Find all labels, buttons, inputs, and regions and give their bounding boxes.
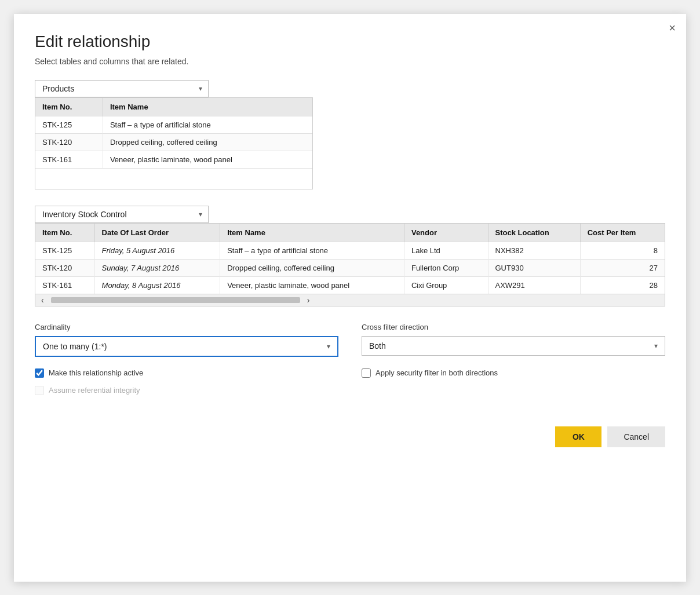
table-row[interactable]: STK-120Dropped ceiling, coffered ceiling — [35, 133, 312, 151]
table1-empty-row — [35, 168, 312, 189]
table2-header-row: Item No. Date Of Last Order Item Name Ve… — [35, 224, 665, 242]
table2-scroll-row: ‹ › — [35, 294, 665, 306]
assume-integrity-row: Assume referential integrity — [35, 386, 338, 395]
cardinality-block: Cardinality One to many (1:*) ▾ — [35, 323, 338, 357]
table-cell: Sunday, 7 August 2016 — [94, 259, 220, 276]
button-row: OK Cancel — [35, 426, 665, 447]
table-cell: 27 — [580, 259, 665, 276]
cross-filter-label: Cross filter direction — [362, 323, 665, 331]
apply-security-row: Apply security filter in both directions — [362, 368, 665, 378]
table1-dropdown-label: Products — [42, 84, 193, 93]
table-cell: Dropped ceiling, coffered ceiling — [103, 133, 312, 151]
cross-filter-arrow: ▾ — [654, 342, 658, 350]
table-cell: Veneer, plastic laminate, wood panel — [220, 276, 404, 294]
edit-relationship-dialog: × Edit relationship Select tables and co… — [14, 14, 686, 582]
table1-section: Products ▾ Item No. Item Name STK-125Sta… — [35, 80, 665, 189]
table2-dropdown[interactable]: Inventory Stock Control ▾ — [35, 206, 209, 223]
dialog-title: Edit relationship — [35, 32, 665, 51]
assume-integrity-label: Assume referential integrity — [49, 386, 140, 395]
table-cell: STK-125 — [35, 242, 94, 259]
table-cell: GUT930 — [488, 259, 580, 276]
close-button[interactable]: × — [669, 22, 676, 34]
table-cell: Lake Ltd — [404, 242, 488, 259]
table-cell: 8 — [580, 242, 665, 259]
table-cell: STK-120 — [35, 133, 103, 151]
table-row[interactable]: STK-120Sunday, 7 August 2016Dropped ceil… — [35, 259, 665, 276]
make-active-checkbox[interactable] — [35, 368, 44, 378]
cross-filter-block: Cross filter direction Both ▾ — [362, 323, 665, 356]
table-cell: STK-125 — [35, 116, 103, 133]
table-cell: 28 — [580, 276, 665, 294]
checkboxes-section: Make this relationship active Assume ref… — [35, 368, 665, 403]
cancel-button[interactable]: Cancel — [607, 426, 665, 447]
table1-table: Item No. Item Name STK-125Staff – a type… — [35, 98, 312, 168]
cardinality-dropdown[interactable]: One to many (1:*) ▾ — [35, 336, 338, 357]
table2-section: Inventory Stock Control ▾ Item No. Date … — [35, 206, 665, 306]
table2-col-costperitem: Cost Per Item — [580, 224, 665, 242]
table2-dropdown-arrow: ▾ — [199, 210, 202, 218]
table1-col-itemname: Item Name — [103, 98, 312, 116]
table-cell: Staff – a type of artificial stone — [220, 242, 404, 259]
table2-wrapper: Item No. Date Of Last Order Item Name Ve… — [35, 223, 665, 306]
apply-security-checkbox[interactable] — [362, 368, 371, 378]
table-cell: AXW291 — [488, 276, 580, 294]
cross-filter-value: Both — [369, 341, 654, 351]
assume-integrity-checkbox[interactable] — [35, 386, 44, 395]
apply-security-label: Apply security filter in both directions — [375, 368, 498, 377]
table-cell: Cixi Group — [404, 276, 488, 294]
table-cell: Dropped ceiling, coffered ceiling — [220, 259, 404, 276]
table2-col-datelastorder: Date Of Last Order — [94, 224, 220, 242]
checkboxes-right-col: Apply security filter in both directions — [362, 368, 665, 403]
table1-dropdown-arrow: ▾ — [199, 85, 202, 93]
table1-header-row: Item No. Item Name — [35, 98, 312, 116]
table-row[interactable]: STK-125Staff – a type of artificial ston… — [35, 116, 312, 133]
table1-wrapper: Item No. Item Name STK-125Staff – a type… — [35, 97, 313, 189]
table-cell: STK-161 — [35, 276, 94, 294]
table2-dropdown-label: Inventory Stock Control — [42, 210, 193, 219]
table-cell: STK-120 — [35, 259, 94, 276]
dialog-subtitle: Select tables and columns that are relat… — [35, 57, 665, 66]
cross-filter-dropdown[interactable]: Both ▾ — [362, 336, 665, 356]
table-cell: Friday, 5 August 2016 — [94, 242, 220, 259]
table2-col-stocklocation: Stock Location — [488, 224, 580, 242]
checkboxes-left-col: Make this relationship active Assume ref… — [35, 368, 338, 403]
table-row[interactable]: STK-125Friday, 5 August 2016Staff – a ty… — [35, 242, 665, 259]
table-cell: Staff – a type of artificial stone — [103, 116, 312, 133]
scroll-bar[interactable] — [51, 297, 300, 303]
make-active-row: Make this relationship active — [35, 368, 338, 378]
table-cell: Veneer, plastic laminate, wood panel — [103, 151, 312, 168]
table2-col-vendor: Vendor — [404, 224, 488, 242]
ok-button[interactable]: OK — [555, 426, 601, 447]
table-cell: NXH382 — [488, 242, 580, 259]
cardinality-label: Cardinality — [35, 323, 338, 331]
options-section: Cardinality One to many (1:*) ▾ Cross fi… — [35, 323, 665, 357]
table2-col-itemno: Item No. — [35, 224, 94, 242]
scroll-left-arrow[interactable]: ‹ — [39, 295, 46, 305]
scroll-right-arrow[interactable]: › — [305, 295, 312, 305]
make-active-label: Make this relationship active — [49, 368, 143, 377]
table-row[interactable]: STK-161Monday, 8 August 2016Veneer, plas… — [35, 276, 665, 294]
cardinality-value: One to many (1:*) — [43, 342, 327, 351]
table1-dropdown[interactable]: Products ▾ — [35, 80, 209, 97]
table-row[interactable]: STK-161Veneer, plastic laminate, wood pa… — [35, 151, 312, 168]
table-cell: Monday, 8 August 2016 — [94, 276, 220, 294]
table-cell: STK-161 — [35, 151, 103, 168]
table1-col-itemno: Item No. — [35, 98, 103, 116]
table2-col-itemname: Item Name — [220, 224, 404, 242]
cardinality-arrow: ▾ — [327, 342, 330, 351]
table-cell: Fullerton Corp — [404, 259, 488, 276]
table2-table: Item No. Date Of Last Order Item Name Ve… — [35, 224, 665, 294]
